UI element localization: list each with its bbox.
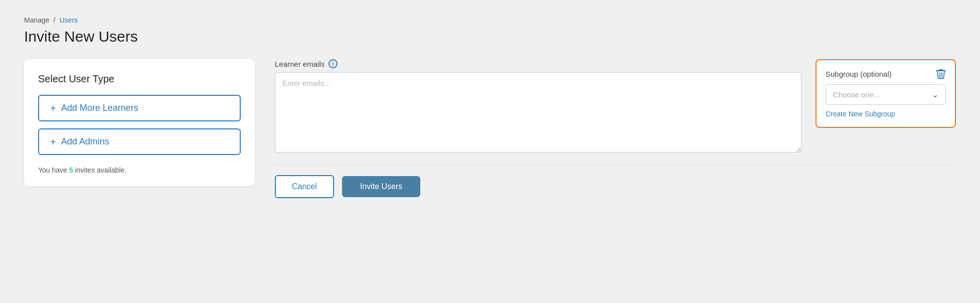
plus-icon-learners: + xyxy=(50,103,56,113)
invites-prefix: You have xyxy=(38,166,69,174)
add-admins-button[interactable]: + Add Admins xyxy=(38,128,241,155)
plus-icon-admins: + xyxy=(50,137,56,147)
breadcrumb: Manage / Users xyxy=(24,16,956,24)
subgroup-select-placeholder: Choose one... xyxy=(833,90,880,99)
breadcrumb-manage: Manage xyxy=(24,16,50,24)
chevron-down-icon: ⌄ xyxy=(932,90,938,99)
invite-users-button[interactable]: Invite Users xyxy=(342,176,420,197)
learner-emails-label: Learner emails i xyxy=(275,59,801,68)
learner-emails-section: Learner emails i xyxy=(275,59,801,153)
right-section: Learner emails i Subgroup (optional) xyxy=(275,59,956,198)
trash-icon[interactable] xyxy=(936,68,946,79)
subgroup-select-dropdown[interactable]: Choose one... ⌄ xyxy=(826,84,946,105)
email-subgroup-row: Learner emails i Subgroup (optional) xyxy=(275,59,956,153)
learner-emails-label-text: Learner emails xyxy=(275,60,324,68)
add-learners-label: Add More Learners xyxy=(61,103,138,113)
subgroup-header: Subgroup (optional) xyxy=(826,68,946,79)
page-title: Invite New Users xyxy=(24,28,956,45)
email-textarea[interactable] xyxy=(275,72,801,153)
page-container: Manage / Users Invite New Users Select U… xyxy=(24,16,956,198)
invites-suffix: invites available. xyxy=(73,166,127,174)
breadcrumb-users[interactable]: Users xyxy=(59,16,78,24)
user-type-title: Select User Type xyxy=(38,73,241,85)
action-buttons: Cancel Invite Users xyxy=(275,175,956,198)
user-type-card: Select User Type + Add More Learners + A… xyxy=(24,59,255,186)
main-content: Select User Type + Add More Learners + A… xyxy=(24,59,956,198)
cancel-button[interactable]: Cancel xyxy=(275,175,334,198)
divider xyxy=(275,165,956,165)
invites-count: 5 xyxy=(69,166,73,174)
invites-text: You have 5 invites available. xyxy=(38,166,241,174)
subgroup-label: Subgroup (optional) xyxy=(826,70,892,78)
breadcrumb-separator: / xyxy=(54,16,56,24)
info-icon[interactable]: i xyxy=(329,59,338,68)
add-admins-label: Add Admins xyxy=(61,136,109,147)
add-learners-button[interactable]: + Add More Learners xyxy=(38,95,241,121)
subgroup-section: Subgroup (optional) Choose one... ⌄ Crea… xyxy=(815,59,956,128)
create-subgroup-link[interactable]: Create New Subgroup xyxy=(826,110,946,118)
